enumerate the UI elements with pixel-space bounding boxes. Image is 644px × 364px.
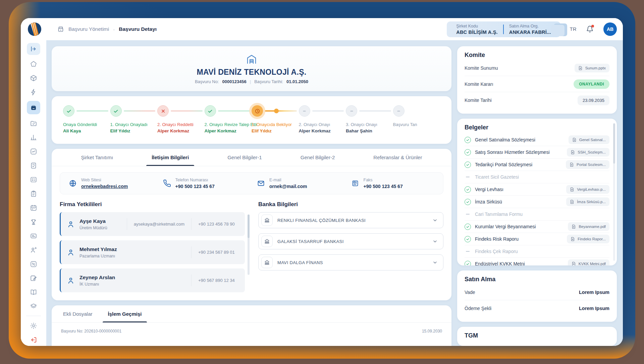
- check-circle-icon: [205, 105, 216, 117]
- sidebar-item-awards[interactable]: [27, 217, 40, 227]
- sidebar-item-calendar[interactable]: [27, 202, 40, 213]
- check-circle-icon: [465, 224, 471, 230]
- tab-sirket-tanitimi[interactable]: Şirket Tanıtımı: [79, 149, 115, 166]
- komite-panel: Komite Komite Sunumu Sunum.pptx Komite K…: [457, 46, 617, 114]
- bank-select[interactable]: MAVI DALGA FİNANS: [258, 254, 443, 270]
- file-chip[interactable]: Findeks Rapor...: [567, 235, 609, 243]
- official-role: İK Uzmanı: [79, 282, 115, 287]
- tab-islem-gecmisi[interactable]: İşlem Geçmişi: [106, 305, 144, 322]
- sidebar-item-expand[interactable]: [27, 43, 40, 55]
- application-meta: Başvuru No: 0000123456 | Başvuru Tarihi:…: [195, 79, 308, 84]
- logout-icon: [30, 336, 37, 344]
- file-chip[interactable]: Genel Satınal...: [569, 135, 609, 144]
- officials-scrollbar[interactable]: [248, 215, 250, 275]
- company-code-selector[interactable]: Şirket Kodu ABC BİLİŞİM A.Ş.: [451, 24, 502, 35]
- sidebar-item-cards[interactable]: [27, 231, 40, 241]
- document-label: Endüstriyel KVKK Metni: [475, 261, 564, 265]
- sidebar-item-approvals[interactable]: [27, 160, 40, 171]
- bank-select[interactable]: GALAKSİ TASARRUF BANKASI: [258, 233, 443, 249]
- official-phone: +90 567 890 12 34: [191, 275, 245, 286]
- sidebar-item-home[interactable]: [27, 59, 40, 69]
- breadcrumb: Başvuru Yönetimi · Başvuru Detayı: [57, 25, 157, 33]
- sidebar-item-logout[interactable]: [27, 335, 40, 345]
- company-name: MAVİ DENİZ TEKNOLOJİ A.Ş.: [197, 68, 307, 77]
- step-status: Başvuru Tan: [393, 122, 440, 127]
- sidebar-item-reports[interactable]: [27, 132, 40, 142]
- komite-karari-row: Komite Kararı ONAYLANDI: [465, 76, 609, 92]
- file-chip[interactable]: Sunum.pptx: [575, 64, 609, 72]
- tab-genel-bilgiler-2[interactable]: Genel Bilgiler-2: [299, 149, 337, 166]
- banks-section: Banka Bilgileri RENKLI FINANSAL ÇÖZÜMLER…: [258, 201, 443, 297]
- file-download-icon: [570, 199, 575, 204]
- tab-ekli-dosyalar[interactable]: Ekli Dosyalar: [61, 305, 95, 322]
- tab-iletisim-bilgileri[interactable]: İletişim Bilgileri: [150, 149, 191, 166]
- notifications-button[interactable]: [586, 25, 594, 33]
- purchase-org-value: ANKARA FABRİ...: [509, 29, 551, 35]
- sidebar-item-layers[interactable]: [27, 301, 40, 311]
- document-row: Satış Sonrası Hizmetler Sözleşmesi SSH_S…: [465, 146, 609, 159]
- sidebar-item-folders[interactable]: [27, 118, 40, 128]
- bar-chart-icon: [30, 134, 37, 141]
- sidebar-item-settings[interactable]: [27, 320, 40, 331]
- history-tabbar: Ekli Dosyalar İşlem Geçmişi: [52, 305, 451, 323]
- file-download-icon: [571, 150, 575, 155]
- file-download-icon: [570, 187, 575, 192]
- document-label: Kurumlar Vergi Beyannamesi: [475, 224, 564, 229]
- application-no-value: 0000123456: [222, 79, 247, 84]
- application-date-label: Başvuru Tarihi:: [254, 79, 283, 84]
- official-name: Ayşe Kaya: [79, 218, 107, 224]
- step-status: 2. Onaycı Onayı: [299, 122, 346, 127]
- bank-select[interactable]: RENKLI FINANSAL ÇÖZÜMLER BANKASI: [258, 212, 443, 228]
- official-role: Pazarlama Uzmanı: [79, 254, 117, 258]
- tab-referanslar-urunler[interactable]: Referanslar & Ürünler: [371, 149, 424, 166]
- odeme-sekli-row: Ödeme Şekli Lorem Ipsum: [465, 300, 609, 316]
- row-label: Komite Sunumu: [465, 65, 498, 71]
- document-row: Vergi Levhası VergiLevhası.p...: [465, 183, 609, 196]
- sidebar-item-tasks[interactable]: [27, 174, 40, 185]
- step-sent-for-approval: Onaya GönderildiAli Kaya: [63, 104, 110, 144]
- file-chip[interactable]: İmza Sirküsü.p...: [566, 197, 609, 206]
- person-icon: [67, 277, 75, 285]
- history-row[interactable]: Başvuru No: 202610-0000000001 15.09.2030: [52, 323, 451, 340]
- check-circle-icon: [465, 162, 471, 168]
- sidebar-item-quick-actions[interactable]: [27, 87, 40, 97]
- sidebar-item-notes[interactable]: [27, 273, 40, 283]
- sidebar-item-rates[interactable]: [27, 259, 40, 269]
- user-avatar[interactable]: AB: [603, 22, 617, 36]
- file-chip[interactable]: Beyanname.pdf: [568, 222, 609, 231]
- file-chip[interactable]: KVKK Metni.pdf: [568, 259, 609, 265]
- sidebar-item-users[interactable]: [27, 245, 40, 255]
- document-check-icon: [30, 162, 37, 169]
- file-chip[interactable]: Portal Sozlesm...: [566, 160, 609, 169]
- file-name: KVKK Metni.pdf: [579, 262, 606, 265]
- check-circle-icon: [63, 105, 74, 117]
- contact-value[interactable]: ornekwebadresi.com: [81, 184, 128, 189]
- org-selector-group[interactable]: Şirket Kodu ABC BİLİŞİM A.Ş. Satın Alma …: [447, 21, 560, 37]
- contact-email: E-mailornek@mail.com: [252, 178, 346, 189]
- company-code-value: ABC BİLİŞİM A.Ş.: [456, 29, 498, 35]
- language-switch[interactable]: TR: [570, 26, 577, 32]
- document-label: Findeks Çek Raporu: [475, 249, 609, 254]
- purchase-org-selector[interactable]: Satın Alma Org. ANKARA FABRİ...: [504, 24, 556, 35]
- check-circle-icon: [465, 261, 471, 266]
- step-person: Ali Kaya: [63, 128, 110, 133]
- history-card: Ekli Dosyalar İşlem Geçmişi Başvuru No: …: [52, 305, 451, 346]
- officials-title: Firma Yetkilileri: [60, 201, 245, 208]
- file-chip[interactable]: SSH_Sozleşm...: [567, 148, 609, 157]
- file-chip[interactable]: VergiLevhası.p...: [566, 185, 609, 194]
- history-date: 15.09.2030: [422, 329, 442, 333]
- sidebar-item-applications[interactable]: [27, 101, 40, 114]
- calendar-icon: [30, 204, 37, 211]
- sidebar-item-products[interactable]: [27, 73, 40, 83]
- topbar-right: Şirket Kodu ABC BİLİŞİM A.Ş. Satın Alma …: [447, 21, 617, 37]
- breadcrumb-section[interactable]: Başvuru Yönetimi: [68, 26, 109, 32]
- sidebar-item-library[interactable]: [27, 287, 40, 297]
- tab-genel-bilgiler-1[interactable]: Genel Bilgiler-1: [225, 149, 264, 166]
- dash-icon: [465, 177, 471, 177]
- belgeler-scrollbar[interactable]: [613, 123, 615, 261]
- sidebar-item-analytics[interactable]: [27, 146, 40, 157]
- check-circle-icon: [465, 137, 471, 143]
- sidebar-item-records[interactable]: [27, 188, 40, 199]
- notification-dot: [591, 25, 594, 27]
- belgeler-title: Belgeler: [465, 124, 609, 131]
